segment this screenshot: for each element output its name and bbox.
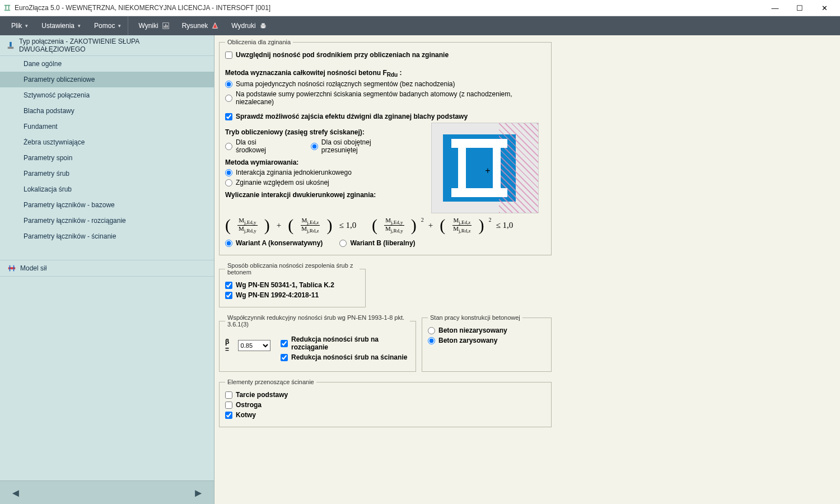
sidebar-item-2[interactable]: Sztywność połączenia (0, 87, 214, 103)
radio-oblique[interactable] (225, 179, 232, 186)
sidebar-item-3[interactable]: Blacha podstawy (0, 103, 214, 119)
radio-variant-b[interactable] (339, 240, 347, 247)
group-bolt-concrete-legend: Sposób obliczania nośności zespolenia śr… (225, 262, 360, 276)
formula-interaction: (Mj,Ed,yMj,Rd,y) + (Mj,Ed,zMj,Rd,z) ≤ 1,… (225, 217, 539, 234)
radio-uni[interactable] (225, 169, 232, 176)
svg-rect-0 (4, 10, 11, 11)
printer-icon (259, 22, 267, 30)
svg-rect-13 (8, 47, 13, 49)
sidebar-item-4[interactable]: Fundament (0, 119, 214, 134)
menu-help[interactable]: Pomoc▾ (87, 16, 128, 35)
menu-settings[interactable]: Ustawienia▾ (35, 16, 87, 35)
sidebar-item-9[interactable]: Parametry łączników - bazowe (0, 197, 214, 213)
results-icon (162, 22, 170, 30)
group-bending-legend: Obliczenia dla zginania (225, 39, 293, 45)
cross-icon: + (485, 166, 490, 176)
menu-file-label: Plik (11, 22, 22, 30)
chk-spur-label: Ostroga (236, 401, 262, 409)
minimize-button[interactable]: — (763, 0, 787, 16)
chk-srodnik[interactable] (225, 52, 232, 59)
chk-spur[interactable] (225, 402, 232, 409)
radio-surface-label: Na podstawie sumy powierzchni ściskania … (236, 90, 539, 106)
sidebar: Typ połączenia - ZAKOTWIENIE SŁUPA DWUGA… (0, 35, 214, 504)
chevron-down-icon: ▾ (25, 23, 28, 29)
toolbar-drawing[interactable]: Rysunek (178, 16, 224, 35)
beta-select[interactable]: 0.85 (238, 340, 270, 351)
radio-variant-a-label: Wariant A (konserwatywny) (236, 239, 323, 247)
model-icon (8, 264, 16, 272)
drawing-icon (211, 22, 219, 30)
svg-rect-11 (262, 27, 264, 29)
main-panel: Obliczenia dla zginania Uwzględnij nośno… (214, 35, 840, 504)
radio-center-label: Dla osi środkowej (236, 138, 288, 154)
sidebar-item-5[interactable]: Żebra usztywniające (0, 134, 214, 150)
radio-sum-label: Suma pojedynczych nośności rozłącznych s… (236, 80, 455, 88)
svg-marker-8 (213, 23, 218, 29)
chk-anchors[interactable] (225, 412, 232, 419)
group-beta-legend: Współczynnik redukcyjny nośności śrub wg… (225, 314, 410, 328)
sidebar-header-label: Typ połączenia - ZAKOTWIENIE SŁUPA DWUGA… (19, 38, 207, 53)
chk-red-tension-label: Redukcja nośności śrub na rozciąganie (291, 335, 410, 351)
chk-50341[interactable] (225, 282, 232, 289)
toolbar-results[interactable]: Wyniki (134, 16, 174, 35)
svg-rect-5 (164, 26, 165, 28)
radio-sum[interactable] (225, 81, 232, 88)
chk-friction-label: Tarcie podstawy (236, 391, 288, 399)
group-beta: Współczynnik redukcyjny nośności śrub wg… (219, 314, 416, 372)
radio-cracked[interactable] (428, 337, 435, 344)
radio-variant-a[interactable] (225, 240, 232, 247)
titlebar: EuroZłącza 5.0 - WEWNĘTRZNA, NIEKOMERCYJ… (0, 0, 840, 16)
chk-red-tension[interactable] (281, 340, 288, 347)
window-title: EuroZłącza 5.0 - WEWNĘTRZNA, NIEKOMERCYJ… (15, 4, 270, 12)
chk-red-shear[interactable] (281, 354, 288, 361)
close-button[interactable]: ✕ (812, 0, 837, 16)
chk-red-shear-label: Redukcja nośności śrub na ścinanie (291, 353, 407, 361)
prev-button[interactable]: ◄ (10, 487, 21, 500)
svg-rect-16 (13, 265, 15, 272)
sidebar-items: Dane ogólneParametry obliczenioweSztywno… (0, 56, 214, 260)
menu-file[interactable]: Plik▾ (4, 16, 35, 35)
radio-variant-b-label: Wariant B (liberalny) (350, 239, 415, 247)
toolbar-printouts[interactable]: Wydruki (227, 16, 271, 35)
section-diagram: + (431, 123, 539, 213)
menu-settings-label: Ustawienia (41, 22, 74, 30)
radio-surface[interactable] (225, 95, 232, 102)
maximize-button[interactable]: ☐ (787, 0, 812, 16)
radio-shifted[interactable] (311, 143, 318, 150)
sidebar-item-7[interactable]: Parametry śrub (0, 166, 214, 181)
sidebar-item-8[interactable]: Lokalizacja śrub (0, 181, 214, 197)
chevron-down-icon: ▾ (118, 23, 121, 29)
sidebar-item-10[interactable]: Parametry łączników - rozciąganie (0, 213, 214, 228)
lbl-mode: Tryb obliczeniowy (zasięg strefy ściskan… (225, 128, 409, 136)
radio-shifted-label: Dla osi obojętnej przesuniętej (321, 138, 409, 154)
sidebar-footer: ◄ ► (0, 480, 214, 504)
sidebar-item-11[interactable]: Parametry łączników - ścinanie (0, 228, 214, 244)
radio-uncracked[interactable] (428, 327, 435, 334)
next-button[interactable]: ► (193, 487, 204, 500)
svg-rect-15 (10, 265, 11, 272)
radio-center[interactable] (225, 143, 232, 150)
radio-cracked-label: Beton zarysowany (438, 337, 497, 344)
sidebar-header[interactable]: Typ połączenia - ZAKOTWIENIE SŁUPA DWUGA… (0, 35, 214, 56)
radio-oblique-label: Zginanie względem osi ukośnej (236, 179, 329, 186)
group-shear-elements: Elementy przenoszące ścinanie Tarcie pod… (219, 379, 552, 427)
menu-help-label: Pomoc (94, 22, 115, 30)
toolbar-results-label: Wyniki (138, 22, 158, 30)
menubar: Plik▾ Ustawienia▾ Pomoc▾ Wyniki Rysunek … (0, 16, 840, 35)
group-bending: Obliczenia dla zginania Uwzględnij nośno… (219, 39, 552, 255)
sidebar-item-0[interactable]: Dane ogólne (0, 56, 214, 72)
sidebar-item-1[interactable]: Parametry obliczeniowe (0, 72, 214, 87)
app-icon (3, 4, 11, 12)
group-concrete-state: Stan pracy konstrukcji betonowej Beton n… (422, 314, 552, 372)
sidebar-model[interactable]: Model sił (0, 260, 214, 277)
chk-1992-label: Wg PN-EN 1992-4:2018-11 (236, 291, 319, 299)
chk-friction[interactable] (225, 391, 232, 399)
radio-uncracked-label: Beton niezarysowany (438, 326, 507, 334)
lbl-biaxial: Wyliczanie interakcji dwukierunkowej zgi… (225, 191, 409, 199)
sidebar-item-6[interactable]: Parametry spoin (0, 150, 214, 166)
chk-lever[interactable] (225, 113, 232, 120)
chk-srodnik-label: Uwzględnij nośność pod środnikiem przy o… (236, 51, 449, 59)
chk-1992[interactable] (225, 292, 232, 299)
chk-50341-label: Wg PN-EN 50341-1, Tablica K.2 (236, 281, 334, 289)
toolbar-drawing-label: Rysunek (182, 22, 208, 30)
